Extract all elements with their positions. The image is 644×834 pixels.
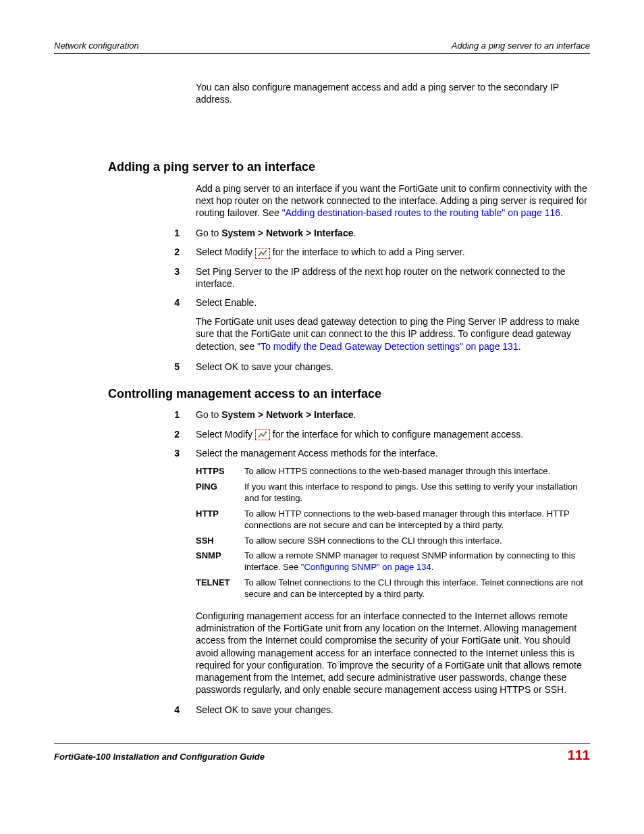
step-number: 3 (54, 447, 196, 459)
access-row-telnet: TELNET To allow Telnet connections to th… (196, 577, 590, 600)
access-desc: To allow secure SSH connections to the C… (244, 536, 590, 547)
footer-title: FortiGate-100 Installation and Configura… (54, 752, 265, 763)
step-number: 2 (54, 246, 196, 258)
step-content: Select Modify for the interface to which… (196, 246, 590, 258)
step-content: Select OK to save your changes. (196, 704, 590, 716)
section-title-ping-server: Adding a ping server to an interface (108, 159, 590, 175)
step-number: 4 (54, 296, 196, 309)
modify-icon (255, 248, 270, 259)
svg-point-1 (265, 250, 267, 251)
step-number: 1 (54, 227, 196, 239)
access-row-https: HTTPS To allow HTTPS connections to the … (196, 466, 590, 477)
access-label: HTTPS (196, 466, 244, 477)
section2-step3: 3 Select the management Access methods f… (54, 447, 590, 459)
menu-path: System > Network > Interface (221, 409, 353, 420)
link-configuring-snmp[interactable]: "Configuring SNMP" on page 134 (301, 562, 431, 572)
section1-step3: 3 Set Ping Server to the IP address of t… (54, 265, 590, 290)
management-access-table: HTTPS To allow HTTPS connections to the … (196, 466, 590, 600)
step-number: 5 (54, 361, 196, 373)
modify-icon (255, 429, 270, 440)
step-content: Select OK to save your changes. (196, 361, 590, 373)
section2-step2: 2 Select Modify for the interface for wh… (54, 428, 590, 440)
step-number: 4 (54, 704, 196, 716)
access-row-ssh: SSH To allow secure SSH connections to t… (196, 536, 590, 547)
access-label: SSH (196, 536, 244, 547)
section1-step4: 4 Select Enable. (54, 296, 590, 309)
intro-paragraph: You can also configure management access… (196, 81, 590, 105)
section1-step2: 2 Select Modify for the interface to whi… (54, 246, 590, 258)
access-label: HTTP (196, 509, 244, 531)
step-number: 2 (54, 428, 196, 440)
access-desc: To allow HTTP connections to the web-bas… (244, 509, 590, 531)
page-number: 111 (568, 746, 590, 764)
step-number: 3 (54, 265, 196, 290)
step-content: Select Modify for the interface for whic… (196, 428, 590, 440)
section1-para-post: . (560, 207, 563, 218)
section1-step1: 1 Go to System > Network > Interface. (54, 227, 590, 239)
section1-step4-subtext: The FortiGate unit uses dead gateway det… (196, 315, 590, 353)
step-content: Select the management Access methods for… (196, 447, 590, 459)
section1-step5: 5 Select OK to save your changes. (54, 361, 590, 373)
step-content: Set Ping Server to the IP address of the… (196, 265, 590, 290)
page-header: Network configuration Adding a ping serv… (54, 41, 590, 54)
section2-closing-paragraph: Configuring management access for an int… (196, 610, 590, 696)
section-title-management-access: Controlling management access to an inte… (108, 386, 590, 402)
link-dead-gateway[interactable]: "To modify the Dead Gateway Detection se… (257, 341, 518, 352)
access-label: PING (196, 481, 244, 504)
access-row-ping: PING If you want this interface to respo… (196, 481, 590, 504)
step-content: Go to System > Network > Interface. (196, 409, 590, 421)
page-footer: FortiGate-100 Installation and Configura… (54, 743, 590, 764)
link-routing-table[interactable]: "Adding destination-based routes to the … (282, 207, 560, 218)
access-desc: If you want this interface to respond to… (244, 481, 590, 504)
access-row-snmp: SNMP To allow a remote SNMP manager to r… (196, 550, 590, 573)
menu-path: System > Network > Interface (221, 228, 353, 238)
access-desc: To allow Telnet connections to the CLI t… (244, 577, 590, 600)
svg-point-3 (265, 432, 267, 433)
section2-step4: 4 Select OK to save your changes. (54, 704, 590, 716)
step-content: Select Enable. (196, 296, 590, 309)
access-desc: To allow a remote SNMP manager to reques… (244, 550, 590, 573)
section1-paragraph: Add a ping server to an interface if you… (196, 182, 590, 219)
access-label: SNMP (196, 550, 244, 573)
section2-step1: 1 Go to System > Network > Interface. (54, 409, 590, 421)
step-content: Go to System > Network > Interface. (196, 227, 590, 239)
header-left: Network configuration (54, 41, 139, 52)
access-label: TELNET (196, 577, 244, 600)
header-right: Adding a ping server to an interface (452, 41, 590, 52)
step-number: 1 (54, 409, 196, 421)
access-desc: To allow HTTPS connections to the web-ba… (244, 466, 590, 477)
access-row-http: HTTP To allow HTTP connections to the we… (196, 509, 590, 531)
